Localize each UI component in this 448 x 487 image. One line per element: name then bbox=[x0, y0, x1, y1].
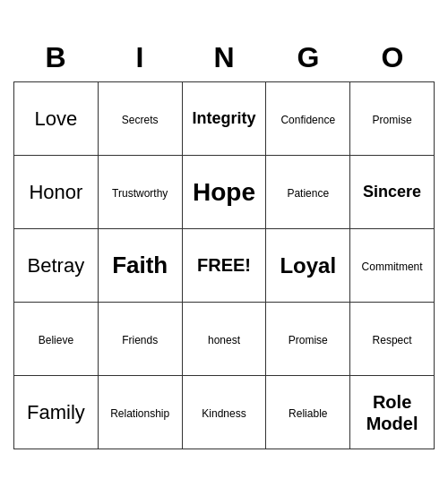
cell-r4-c2: Kindness bbox=[182, 376, 266, 449]
cell-text-r3-c3: Promise bbox=[289, 334, 328, 346]
bingo-header: B I N G O bbox=[13, 38, 435, 78]
cell-text-r2-c2: FREE! bbox=[197, 255, 251, 275]
cell-text-r0-c3: Confidence bbox=[280, 114, 335, 126]
cell-text-r0-c0: Love bbox=[35, 107, 78, 130]
cell-r3-c1: Friends bbox=[98, 303, 182, 376]
cell-r0-c4: Promise bbox=[350, 82, 435, 156]
cell-r1-c4: Sincere bbox=[350, 156, 435, 229]
cell-text-r0-c4: Promise bbox=[373, 114, 412, 126]
cell-r2-c4: Commitment bbox=[350, 229, 435, 303]
cell-r4-c0: Family bbox=[14, 376, 99, 449]
cell-r3-c2: honest bbox=[182, 303, 266, 376]
cell-r0-c3: Confidence bbox=[266, 82, 350, 156]
header-g: G bbox=[266, 38, 350, 78]
cell-text-r1-c1: Trustworthy bbox=[112, 187, 168, 200]
cell-r1-c3: Patience bbox=[266, 156, 350, 229]
cell-text-r1-c0: Honor bbox=[29, 181, 82, 203]
cell-text-r3-c1: Friends bbox=[122, 334, 158, 346]
cell-r0-c0: Love bbox=[14, 82, 99, 156]
cell-r2-c1: Faith bbox=[98, 229, 182, 303]
cell-text-r4-c1: Relationship bbox=[110, 407, 169, 420]
cell-r4-c3: Reliable bbox=[266, 376, 350, 449]
cell-text-r3-c4: Respect bbox=[373, 334, 412, 346]
cell-r2-c3: Loyal bbox=[266, 229, 350, 303]
cell-text-r4-c0: Family bbox=[27, 401, 85, 423]
cell-r3-c0: Believe bbox=[14, 303, 99, 376]
header-n: N bbox=[182, 38, 266, 78]
cell-text-r2-c1: Faith bbox=[112, 252, 168, 278]
cell-r2-c2: FREE! bbox=[182, 229, 266, 303]
header-b: B bbox=[13, 38, 98, 78]
bingo-card: B I N G O LoveSecretsIntegrityConfidence… bbox=[13, 38, 435, 449]
cell-text-r2-c3: Loyal bbox=[280, 253, 336, 278]
cell-text-r0-c1: Secrets bbox=[122, 114, 159, 126]
cell-r1-c1: Trustworthy bbox=[98, 156, 182, 229]
cell-text-r4-c3: Reliable bbox=[289, 407, 327, 420]
cell-r3-c3: Promise bbox=[266, 303, 350, 376]
cell-r3-c4: Respect bbox=[350, 303, 435, 376]
cell-text-r4-c4: RoleModel bbox=[366, 392, 418, 433]
cell-r1-c0: Honor bbox=[14, 156, 99, 229]
cell-text-r1-c2: Hope bbox=[193, 178, 255, 206]
cell-r2-c0: Betray bbox=[14, 229, 99, 303]
cell-text-r0-c2: Integrity bbox=[192, 109, 255, 127]
cell-r4-c4: RoleModel bbox=[350, 376, 435, 449]
cell-text-r2-c0: Betray bbox=[28, 254, 85, 277]
header-o: O bbox=[350, 38, 435, 78]
header-i: I bbox=[98, 38, 182, 78]
cell-r0-c1: Secrets bbox=[98, 82, 182, 156]
cell-text-r3-c2: honest bbox=[208, 334, 240, 346]
cell-text-r4-c2: Kindness bbox=[202, 407, 246, 420]
cell-r0-c2: Integrity bbox=[182, 82, 266, 156]
bingo-grid: LoveSecretsIntegrityConfidencePromiseHon… bbox=[13, 81, 435, 449]
cell-r4-c1: Relationship bbox=[98, 376, 182, 449]
cell-text-r1-c3: Patience bbox=[287, 187, 329, 200]
cell-text-r1-c4: Sincere bbox=[363, 183, 421, 201]
cell-text-r3-c0: Believe bbox=[39, 334, 73, 346]
cell-r1-c2: Hope bbox=[182, 156, 266, 229]
cell-text-r2-c4: Commitment bbox=[362, 261, 423, 273]
